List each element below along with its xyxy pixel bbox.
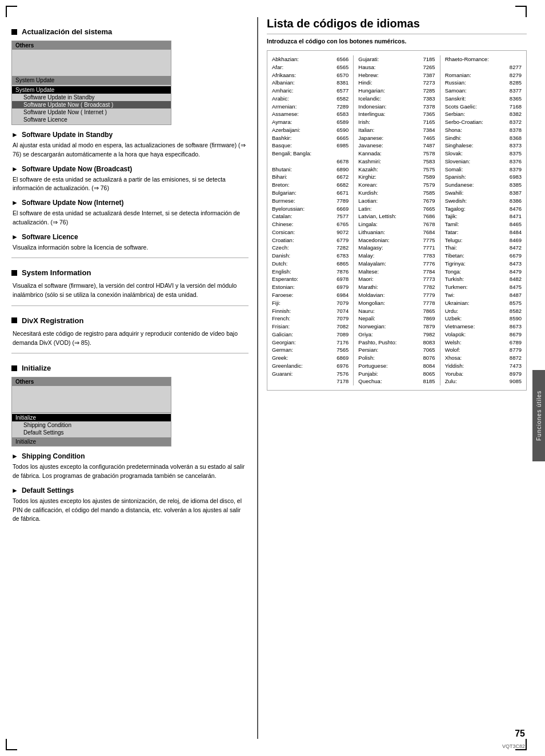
arrow-icon4: ► (11, 233, 18, 241)
lang-entry: Spanish:6983 (445, 173, 522, 181)
lang-name: Kurdish: (358, 189, 416, 197)
lang-col-2: Gujarati:7185Hausa:7265Hebrew:7387Hindi:… (356, 55, 437, 385)
lang-entry: Malagasy:7771 (358, 244, 435, 252)
lang-entry: Kashmiri:7583 (358, 158, 435, 166)
lang-entry: Corsican:9072 (272, 228, 348, 236)
lang-code: 8473 (503, 260, 522, 268)
lang-code: 8484 (503, 228, 522, 236)
lang-code: 7178 (330, 377, 348, 385)
lang-code: 7168 (503, 103, 522, 111)
lang-name: Welsh: (445, 339, 503, 347)
arrow-icon3: ► (11, 199, 18, 207)
lang-name: Basque: (272, 142, 330, 150)
lang-columns: Abkhazian:6566Afar:6565Afrikaans:6570Alb… (272, 55, 522, 385)
text-licence: Visualiza información sobre la licencia … (11, 243, 249, 252)
osd-item-standby: Software Update in Standby (12, 94, 171, 101)
lang-name: Slovenian: (445, 158, 503, 166)
lang-name: Georgian: (272, 339, 330, 347)
lang-code: 6779 (330, 236, 348, 244)
lang-name: English: (272, 268, 330, 276)
lang-entry: Basque:6985 (272, 142, 348, 150)
lang-entry: Faroese:6984 (272, 291, 348, 299)
lang-code: 7589 (417, 173, 435, 181)
lang-entry: Dutch:6865 (272, 260, 348, 268)
lang-name: Tatar: (445, 228, 503, 236)
lang-code: 7782 (417, 283, 435, 291)
lang-entry: Byelorussian:6669 (272, 205, 348, 213)
lang-name: Hindi: (358, 79, 416, 87)
lang-code: 8482 (503, 275, 522, 283)
lang-code: 7686 (417, 212, 435, 220)
lang-name (272, 158, 330, 166)
lang-name: Guarani: (272, 370, 330, 378)
lang-entry: Sanskrit:8365 (445, 95, 522, 103)
lang-code: 8076 (417, 354, 435, 362)
lang-name: Irish: (358, 118, 416, 126)
lang-code: 7577 (330, 212, 348, 220)
lang-name: Latin: (358, 205, 416, 213)
osd-row-empty1 (12, 51, 171, 59)
lang-entry: Esperanto:6978 (272, 275, 348, 283)
lang-name: Mongolian: (358, 299, 416, 307)
lang-name: Lithuanian: (358, 228, 416, 236)
lang-name: Spanish: (445, 173, 503, 181)
lang-name: Hausa: (358, 63, 416, 71)
arrow-icon2: ► (11, 165, 18, 173)
lang-code: 8381 (330, 79, 348, 87)
lang-code: 8376 (503, 158, 522, 166)
lang-name: Singhalese: (445, 142, 503, 150)
lang-code: 6583 (330, 110, 348, 118)
lang-entry: Tajik:8471 (445, 212, 522, 220)
osd-row2-empty3 (12, 403, 171, 411)
corner-bracket-bl (6, 739, 17, 750)
lang-code: 6565 (330, 63, 348, 71)
lang-name: Kashmiri: (358, 158, 416, 166)
lang-entry: Laotian:7679 (358, 197, 435, 205)
lang-entry: Irish:7165 (358, 118, 435, 126)
lang-name (272, 377, 330, 385)
lang-entry: Bashkir:6665 (272, 134, 348, 142)
language-table: Abkhazian:6566Afar:6565Afrikaans:6570Alb… (267, 50, 527, 391)
lang-entry: Portuguese:8084 (358, 362, 435, 370)
lang-entry: Burmese:7789 (272, 197, 348, 205)
lang-name: Estonian: (272, 283, 330, 291)
osd-item-default: Default Settings (12, 429, 171, 436)
lang-code: 7583 (417, 158, 435, 166)
lang-code: 7176 (330, 339, 348, 347)
lang-entry: Serbian:8382 (445, 110, 522, 118)
lang-name: Interlingua: (358, 110, 416, 118)
lang-name: Xhosa: (445, 354, 503, 362)
lang-code: 7473 (503, 362, 522, 370)
lang-code: 8582 (503, 307, 522, 315)
lang-entry: Hausa:7265 (358, 63, 435, 71)
lang-name: Sundanese: (445, 181, 503, 189)
lang-code: 8472 (503, 244, 522, 252)
lang-entry: Korean:7579 (358, 181, 435, 189)
lang-code: 7684 (417, 228, 435, 236)
osd-item-broadcast: Software Update Now ( Broadcast ) (12, 101, 171, 108)
lang-name: Vietnamese: (445, 323, 503, 331)
lang-code: 7265 (417, 63, 435, 71)
lang-entry: Javanese:7487 (358, 142, 435, 150)
lang-name: Latvian, Lettish: (358, 212, 416, 220)
subsection-shipping: ► Shipping Condition (11, 452, 249, 460)
lang-entry: Greek:6869 (272, 354, 348, 362)
lang-entry: Abkhazian:6566 (272, 55, 348, 63)
lang-name: Malay: (358, 252, 416, 260)
lang-code: 6978 (330, 275, 348, 283)
lang-name: Swedish: (445, 197, 503, 205)
lang-entry: Pashto, Pushto:8083 (358, 339, 435, 347)
lang-entry: Tibetan:6679 (445, 252, 522, 260)
lang-entry: Greenlandic:6976 (272, 362, 348, 370)
lang-code: 7365 (417, 110, 435, 118)
lang-entry: Swedish:8386 (445, 197, 522, 205)
lang-name: Gujarati: (358, 55, 416, 63)
lang-entry: Polish:8076 (358, 354, 435, 362)
arrow-icon: ► (11, 131, 18, 139)
lang-entry: Georgian:7176 (272, 339, 348, 347)
lang-code: 6669 (330, 205, 348, 213)
lang-code: 7778 (417, 299, 435, 307)
lang-code: 7282 (330, 244, 348, 252)
lang-name: Moldavian: (358, 291, 416, 299)
lang-code: 8368 (503, 134, 522, 142)
